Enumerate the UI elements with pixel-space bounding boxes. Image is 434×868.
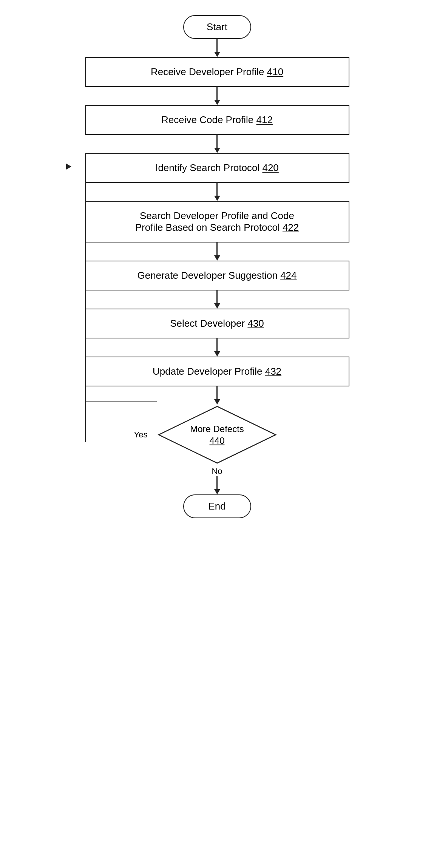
arrow-5 (214, 242, 220, 261)
diamond-text: More Defects 440 (190, 423, 244, 446)
search-dev-profile-ref: 422 (283, 222, 299, 233)
arrow-head (214, 489, 220, 494)
receive-dev-profile-ref: 410 (267, 66, 283, 77)
arrow-line (216, 242, 218, 255)
feedback-arrow-in (66, 164, 71, 170)
update-dev-profile-ref: 432 (265, 366, 281, 377)
arrow-1 (214, 39, 220, 57)
more-defects-diamond: More Defects 440 Yes (157, 405, 278, 465)
search-dev-profile-line1: Search Developer Profile and Code (140, 210, 294, 221)
arrow-line (216, 476, 218, 489)
update-dev-profile-node: Update Developer Profile 432 (85, 357, 349, 386)
identify-search-label: Identify Search Protocol (155, 162, 259, 173)
arrow-2 (214, 87, 220, 105)
arrow-head (214, 351, 220, 357)
arrow-line (216, 338, 218, 351)
arrow-line (216, 135, 218, 148)
more-defects-ref: 440 (190, 435, 244, 446)
receive-dev-profile-label: Receive Developer Profile (151, 66, 264, 77)
generate-suggestion-ref: 424 (280, 270, 297, 281)
flowchart: Start Receive Developer Profile 410 Rece… (0, 0, 434, 533)
arrow-head (214, 196, 220, 201)
loop-section: Identify Search Protocol 420 Search Deve… (66, 153, 368, 465)
arrow-3 (214, 135, 220, 153)
end-node: End (183, 494, 251, 518)
yes-horizontal-line (85, 401, 157, 402)
identify-search-ref: 420 (262, 162, 278, 173)
arrow-line (216, 183, 218, 196)
arrow-head (214, 100, 220, 105)
arrow-9 (214, 476, 220, 494)
generate-suggestion-label: Generate Developer Suggestion (137, 270, 277, 281)
receive-code-profile-ref: 412 (256, 114, 273, 125)
arrow-6 (214, 290, 220, 309)
arrow-head (214, 399, 220, 405)
update-dev-profile-label: Update Developer Profile (153, 366, 263, 377)
more-defects-label: More Defects (190, 423, 244, 435)
receive-code-profile-label: Receive Code Profile (161, 114, 253, 125)
start-label: Start (207, 21, 227, 32)
arrow-head (214, 255, 220, 261)
arrow-8 (214, 386, 220, 405)
generate-suggestion-node: Generate Developer Suggestion 424 (85, 261, 349, 290)
select-developer-node: Select Developer 430 (85, 309, 349, 338)
arrow-4 (214, 183, 220, 201)
arrow-line (216, 386, 218, 399)
search-dev-profile-node: Search Developer Profile and Code Profil… (85, 201, 349, 242)
identify-search-node: Identify Search Protocol 420 (85, 153, 349, 183)
arrow-head (214, 52, 220, 57)
arrow-line (216, 290, 218, 303)
select-developer-ref: 430 (247, 318, 264, 329)
receive-code-profile-node: Receive Code Profile 412 (85, 105, 349, 135)
arrow-7 (214, 338, 220, 357)
yes-label: Yes (134, 430, 148, 440)
search-dev-profile-line2: Profile Based on Search Protocol (135, 222, 283, 233)
no-arrow-section: No (212, 465, 222, 494)
start-node: Start (183, 15, 251, 39)
arrow-head (214, 303, 220, 309)
no-label: No (212, 466, 222, 476)
arrow-head (214, 148, 220, 153)
select-developer-label: Select Developer (170, 318, 245, 329)
arrow-line (216, 39, 218, 52)
receive-dev-profile-node: Receive Developer Profile 410 (85, 57, 349, 87)
arrow-line (216, 87, 218, 100)
arrow-right-head (66, 164, 71, 170)
end-label: End (208, 500, 225, 512)
